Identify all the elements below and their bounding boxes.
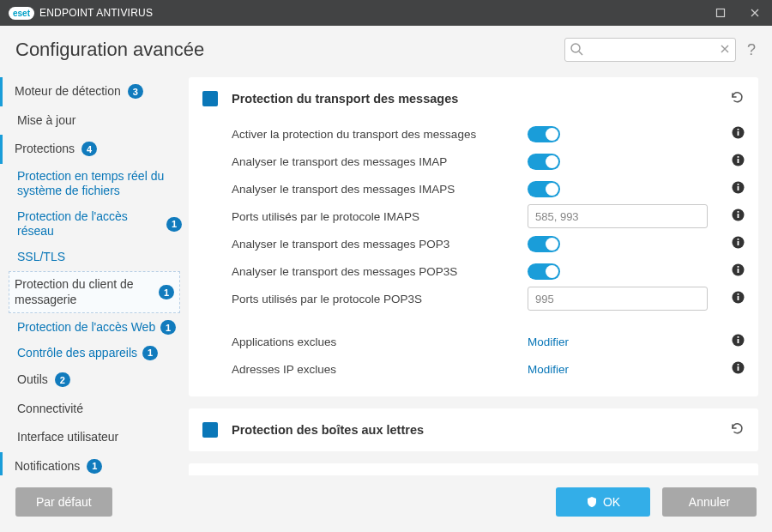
sidebar-item-label: Protection de l'accès réseau xyxy=(17,209,161,239)
shield-icon xyxy=(586,496,598,508)
svg-rect-8 xyxy=(738,159,739,163)
svg-rect-20 xyxy=(738,269,739,273)
sidebar-item-4[interactable]: Protection de l'accès réseau1 xyxy=(0,204,189,245)
sidebar-item-9[interactable]: Outils2 xyxy=(0,366,189,395)
settings-label: Applications exclues xyxy=(232,336,528,348)
svg-rect-0 xyxy=(717,9,725,17)
port-input[interactable] xyxy=(528,287,708,311)
sidebar: Moteur de détection3Mise à jourProtectio… xyxy=(0,70,189,475)
collapse-icon[interactable] xyxy=(202,91,218,106)
help-button[interactable]: ? xyxy=(745,41,758,59)
product-name: ENDPOINT ANTIVIRUS xyxy=(39,7,153,19)
svg-rect-3 xyxy=(206,98,214,100)
panel-title: Protection du transport des messages xyxy=(232,92,729,106)
ok-button[interactable]: OK xyxy=(556,487,650,517)
sidebar-item-label: Protection en temps réel du système de f… xyxy=(17,169,182,199)
settings-label: Analyser le transport des messages POP3S xyxy=(232,265,528,278)
panel-0: Protection du transport des messagesActi… xyxy=(189,77,758,396)
toggle-switch[interactable] xyxy=(528,181,560,197)
sidebar-item-6[interactable]: Protection du client de messagerie1 xyxy=(9,271,180,313)
search-box[interactable] xyxy=(564,38,736,62)
search-clear-icon[interactable] xyxy=(719,43,731,58)
svg-rect-14 xyxy=(738,214,739,218)
window-maximize-button[interactable] xyxy=(703,0,738,26)
undo-icon[interactable] xyxy=(729,89,745,108)
settings-row: Analyser le transport des messages POP3 xyxy=(232,230,745,257)
brand: eset ENDPOINT ANTIVIRUS xyxy=(9,7,153,20)
search-icon xyxy=(570,42,583,59)
info-icon[interactable] xyxy=(732,126,745,142)
info-icon[interactable] xyxy=(732,361,745,378)
sidebar-item-12[interactable]: Notifications1 xyxy=(0,452,189,476)
sidebar-item-label: Protections xyxy=(15,142,75,157)
settings-row: Analyser le transport des messages IMAP xyxy=(232,148,745,175)
info-icon[interactable] xyxy=(732,263,745,280)
toggle-switch[interactable] xyxy=(528,263,560,280)
info-icon[interactable] xyxy=(732,154,745,170)
footer: Par défaut OK Annuler xyxy=(0,475,772,532)
sidebar-item-5[interactable]: SSL/TLS xyxy=(0,245,189,270)
svg-rect-15 xyxy=(738,211,739,213)
info-icon[interactable] xyxy=(732,291,745,307)
svg-rect-9 xyxy=(738,156,739,158)
sidebar-badge: 4 xyxy=(81,142,97,156)
cancel-button[interactable]: Annuler xyxy=(662,487,757,517)
sidebar-item-11[interactable]: Interface utilisateur xyxy=(0,423,189,452)
sidebar-item-3[interactable]: Protection en temps réel du système de f… xyxy=(0,164,189,204)
svg-rect-24 xyxy=(738,293,739,295)
window-close-button[interactable] xyxy=(738,0,772,26)
svg-rect-11 xyxy=(738,186,739,190)
search-input[interactable] xyxy=(564,38,736,62)
panel-header[interactable]: ThreatSense xyxy=(189,463,758,475)
sidebar-item-label: Moteur de détection xyxy=(15,84,121,100)
sidebar-badge: 1 xyxy=(87,459,102,474)
settings-row: Analyser le transport des messages POP3S xyxy=(232,257,745,285)
sidebar-item-10[interactable]: Connectivité xyxy=(0,395,189,424)
info-icon[interactable] xyxy=(732,209,745,225)
svg-point-1 xyxy=(571,44,580,52)
svg-rect-17 xyxy=(738,241,739,245)
sidebar-item-1[interactable]: Mise à jour xyxy=(0,106,189,136)
svg-rect-29 xyxy=(738,366,739,371)
sidebar-item-label: SSL/TLS xyxy=(17,250,65,265)
sidebar-item-label: Protection du client de messagerie xyxy=(15,277,152,307)
sidebar-item-0[interactable]: Moteur de détection3 xyxy=(0,77,189,106)
sidebar-item-label: Contrôle des appareils xyxy=(17,346,137,361)
svg-rect-26 xyxy=(738,339,739,343)
svg-rect-18 xyxy=(738,239,739,240)
panel-body: Activer la protection du transport des m… xyxy=(189,120,758,396)
panel-title: Protection des boîtes aux lettres xyxy=(232,423,729,437)
settings-label: Ports utilisés par le protocole POP3S xyxy=(232,293,528,305)
port-input[interactable] xyxy=(528,204,708,228)
info-icon[interactable] xyxy=(732,181,745,197)
settings-row: Analyser le transport des messages IMAPS xyxy=(232,175,745,203)
panel-header[interactable]: Protection des boîtes aux lettres xyxy=(189,408,758,451)
svg-rect-30 xyxy=(738,364,739,366)
sidebar-item-2[interactable]: Protections4 xyxy=(0,135,189,164)
panel-1: Protection des boîtes aux lettres xyxy=(189,408,758,451)
sidebar-badge: 1 xyxy=(160,320,176,335)
toggle-switch[interactable] xyxy=(528,154,560,170)
sidebar-item-7[interactable]: Protection de l'accès Web1 xyxy=(0,315,189,341)
main-content: Protection du transport des messagesActi… xyxy=(189,70,758,475)
info-icon[interactable] xyxy=(732,236,745,252)
svg-rect-27 xyxy=(738,336,739,338)
modify-link[interactable]: Modifier xyxy=(528,363,569,376)
page-title: Configuration avancée xyxy=(15,39,204,61)
expand-icon[interactable] xyxy=(202,422,218,438)
svg-rect-6 xyxy=(738,129,739,130)
modify-link[interactable]: Modifier xyxy=(528,336,569,348)
settings-row: Applications excluesModifier xyxy=(232,328,745,355)
panel-header[interactable]: Protection du transport des messages xyxy=(189,77,758,120)
settings-label: Activer la protection du transport des m… xyxy=(232,128,528,141)
settings-label: Analyser le transport des messages IMAP xyxy=(232,155,528,168)
default-button[interactable]: Par défaut xyxy=(15,487,112,517)
sidebar-item-8[interactable]: Contrôle des appareils1 xyxy=(0,341,189,366)
undo-icon[interactable] xyxy=(729,420,745,439)
info-icon[interactable] xyxy=(732,334,745,350)
toggle-switch[interactable] xyxy=(528,126,560,142)
settings-label: Analyser le transport des messages POP3 xyxy=(232,238,528,251)
settings-row: Activer la protection du transport des m… xyxy=(232,120,745,148)
toggle-switch[interactable] xyxy=(528,236,560,252)
titlebar: eset ENDPOINT ANTIVIRUS xyxy=(0,0,772,26)
